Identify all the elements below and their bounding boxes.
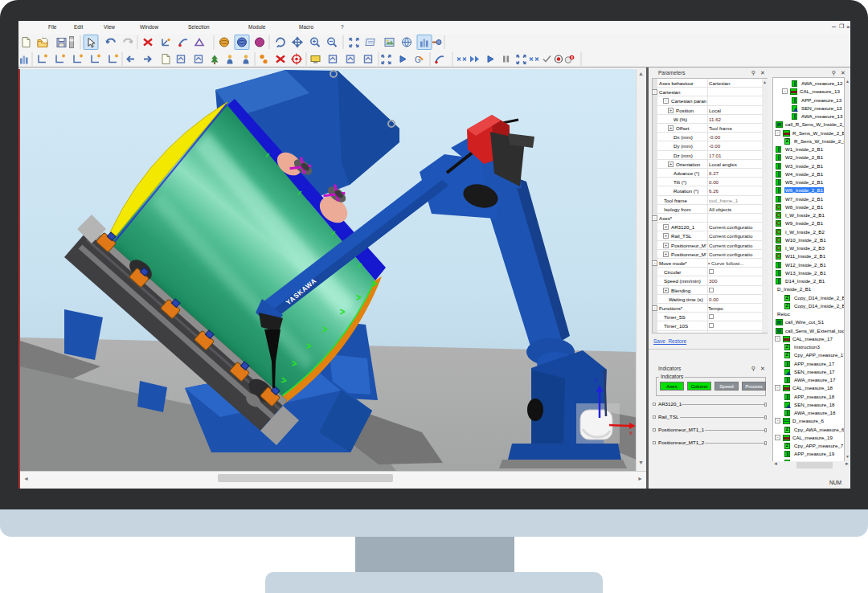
svg-text:z: z xyxy=(594,377,597,384)
svg-text:x: x xyxy=(629,429,633,436)
